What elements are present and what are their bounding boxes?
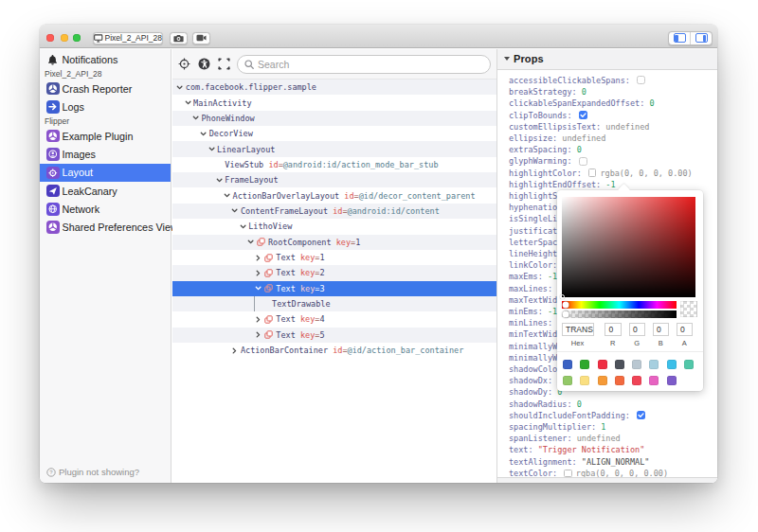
preset-color-swatch[interactable]: [580, 376, 589, 385]
color-swatch-button[interactable]: [588, 168, 597, 177]
chevron-down-icon[interactable]: [247, 239, 257, 245]
sidebar-item-network[interactable]: Network: [40, 200, 171, 218]
plugin-not-showing-link[interactable]: ? Plugin not showing?: [40, 467, 171, 477]
hex-input[interactable]: TRANS: [562, 323, 594, 336]
tree-node-text-key-3[interactable]: Text key=3: [172, 281, 496, 296]
preset-color-swatch[interactable]: [632, 360, 641, 369]
chevron-right-icon[interactable]: [255, 270, 264, 276]
chevron-down-icon[interactable]: [176, 84, 186, 91]
saturation-handle[interactable]: [560, 294, 565, 299]
sidebar-item-crash-reporter[interactable]: Crash Reporter: [40, 80, 171, 98]
sidebar-item-notifications[interactable]: Notifications: [40, 51, 171, 69]
accessibility-mode-icon[interactable]: [196, 58, 211, 70]
prop-value[interactable]: undefined: [605, 122, 649, 132]
chevron-down-icon[interactable]: [185, 99, 194, 106]
tree-node-mainactivity[interactable]: MainActivity: [172, 95, 496, 110]
sidebar-item-shared-preferences-viewe[interactable]: Shared Preferences Viewe: [40, 219, 171, 237]
preset-color-swatch[interactable]: [598, 376, 607, 385]
saturation-gradient-area[interactable]: [562, 197, 696, 298]
preset-color-swatch[interactable]: [649, 376, 659, 385]
sidebar-item-leakcanary[interactable]: LeakCanary: [40, 182, 171, 200]
chevron-right-icon[interactable]: [255, 331, 264, 338]
prop-value[interactable]: undefined: [562, 133, 605, 143]
preset-color-swatch[interactable]: [667, 360, 677, 369]
b-input[interactable]: 0: [653, 323, 670, 336]
toggle-left-panel-button[interactable]: [669, 32, 690, 44]
checkbox-checked-icon[interactable]: [637, 411, 645, 419]
checkbox-checked-icon[interactable]: [579, 111, 587, 119]
minimize-window-button[interactable]: [61, 34, 68, 42]
r-input[interactable]: 0: [605, 323, 622, 336]
preset-color-swatch[interactable]: [615, 360, 624, 369]
chevron-right-icon[interactable]: [231, 347, 241, 354]
tree-node-lithoview[interactable]: LithoView: [172, 219, 496, 234]
prop-value[interactable]: -1: [548, 272, 557, 281]
chevron-right-icon[interactable]: [255, 255, 264, 261]
tree-node-com.facebook.flipper.sample[interactable]: com.facebook.flipper.sample: [172, 80, 496, 95]
tree-node-framelayout[interactable]: FrameLayout: [172, 172, 496, 187]
preset-color-swatch[interactable]: [632, 376, 641, 385]
screen-record-button[interactable]: [192, 32, 211, 45]
chevron-down-icon[interactable]: [192, 115, 202, 121]
preset-color-swatch[interactable]: [684, 360, 694, 369]
prop-value[interactable]: "ALIGN_NORMAL": [582, 457, 650, 467]
chevron-down-icon[interactable]: [255, 285, 264, 292]
tree-node-phonewindow[interactable]: PhoneWindow: [172, 111, 496, 126]
tree-node-viewstub[interactable]: ViewStub id=@android:id/action_mode_bar_…: [172, 157, 496, 172]
expand-selection-icon[interactable]: [216, 58, 231, 70]
chevron-down-icon[interactable]: [216, 177, 226, 184]
tree-node-contentframelayout[interactable]: ContentFrameLayout id=@android:id/conten…: [172, 204, 496, 219]
alpha-slider[interactable]: [562, 310, 677, 318]
zoom-window-button[interactable]: [73, 34, 81, 42]
device-tab[interactable]: Pixel_2_API_28: [93, 32, 163, 45]
sidebar-item-images[interactable]: Images: [40, 145, 171, 163]
sidebar-item-example-plugin[interactable]: Example Plugin: [40, 127, 171, 145]
color-swatch-button[interactable]: [564, 470, 572, 478]
tree-node-text-key-1[interactable]: Text key=1: [172, 250, 496, 265]
g-input[interactable]: 0: [629, 323, 646, 336]
tree-node-linearlayout[interactable]: LinearLayout: [172, 141, 496, 156]
chevron-down-icon[interactable]: [200, 131, 209, 137]
preset-color-swatch[interactable]: [563, 360, 572, 369]
chevron-down-icon[interactable]: [240, 223, 249, 230]
hue-handle[interactable]: [562, 301, 568, 308]
close-window-button[interactable]: [46, 34, 54, 42]
alpha-handle[interactable]: [562, 310, 568, 317]
chevron-down-icon[interactable]: [231, 207, 241, 214]
screenshot-button[interactable]: [170, 32, 188, 45]
prop-value[interactable]: 0: [582, 87, 587, 97]
toggle-right-panel-button[interactable]: [690, 32, 712, 44]
tree-node-rootcomponent-key-1[interactable]: RootComponent key=1: [172, 235, 496, 250]
search-input[interactable]: Search: [237, 55, 491, 75]
tree-node-text-key-4[interactable]: Text key=4: [172, 311, 496, 327]
preset-color-swatch[interactable]: [563, 376, 572, 385]
prop-value[interactable]: 1: [601, 422, 605, 432]
tree-node-text-key-5[interactable]: Text key=5: [172, 328, 496, 343]
preset-color-swatch[interactable]: [649, 360, 659, 369]
tree-node-text-key-2[interactable]: Text key=2: [172, 265, 496, 280]
sidebar-item-layout[interactable]: Layout: [40, 164, 171, 182]
tree-node-decorview[interactable]: DecorView: [172, 126, 496, 141]
prop-value[interactable]: "Trigger Notification": [538, 445, 645, 454]
tree-node-textdrawable[interactable]: TextDrawable: [172, 296, 496, 311]
checkbox-unchecked-icon[interactable]: [637, 76, 645, 84]
a-input[interactable]: 0: [677, 323, 694, 336]
target-mode-icon[interactable]: [176, 58, 191, 70]
sidebar-item-logs[interactable]: Logs: [40, 98, 171, 115]
chevron-right-icon[interactable]: [255, 316, 264, 323]
preset-color-swatch[interactable]: [667, 376, 677, 385]
titlebar[interactable]: Pixel_2_API_28: [40, 25, 717, 48]
preset-color-swatch[interactable]: [615, 376, 624, 385]
hue-slider[interactable]: [562, 301, 677, 309]
checkbox-unchecked-icon[interactable]: [579, 157, 587, 166]
tree-node-actionbaroverlaylayout[interactable]: ActionBarOverlayLayout id=@id/decor_cont…: [172, 187, 496, 203]
preset-color-swatch[interactable]: [598, 360, 607, 369]
props-header[interactable]: Props: [497, 49, 717, 70]
prop-value[interactable]: -1: [548, 307, 557, 316]
prop-value[interactable]: -1: [605, 180, 615, 189]
preset-color-swatch[interactable]: [580, 360, 589, 369]
prop-value[interactable]: 0: [577, 399, 582, 409]
chevron-down-icon[interactable]: [224, 192, 233, 199]
chevron-down-icon[interactable]: [208, 146, 218, 152]
prop-value[interactable]: 0: [649, 98, 654, 108]
